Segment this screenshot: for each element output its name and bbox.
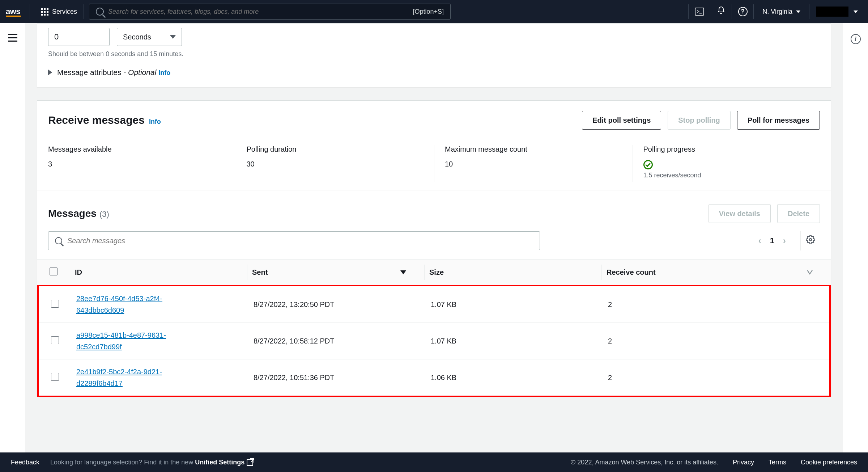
footer: Feedback Looking for language selection?… bbox=[0, 452, 868, 472]
messages-table: ID Sent Size Receive count bbox=[37, 259, 831, 286]
receive-metrics: Messages available 3 Polling duration 30… bbox=[37, 137, 831, 190]
messages-search-input[interactable] bbox=[67, 237, 533, 245]
terms-link[interactable]: Terms bbox=[769, 459, 786, 466]
row-checkbox[interactable] bbox=[51, 336, 59, 344]
column-sent-label: Sent bbox=[252, 268, 268, 277]
services-menu[interactable]: Services bbox=[34, 4, 84, 19]
help-button[interactable]: ? bbox=[732, 4, 753, 19]
top-nav: aws Services [Option+S] >_ ? N. Virginia bbox=[0, 0, 868, 23]
region-label: N. Virginia bbox=[762, 8, 792, 16]
attributes-info-link[interactable]: Info bbox=[158, 69, 170, 76]
view-details-button[interactable]: View details bbox=[709, 204, 771, 223]
search-icon bbox=[55, 237, 62, 244]
message-id-link[interactable]: 28ee7d76-450f-4d53-a2f4-643dbbc6d609 bbox=[76, 295, 162, 314]
chevron-down-icon bbox=[170, 35, 176, 39]
right-rail: i bbox=[843, 23, 868, 452]
main-content: Seconds Should be between 0 seconds and … bbox=[25, 23, 843, 452]
caret-right-icon bbox=[48, 69, 52, 75]
max-message-count-label: Maximum message count bbox=[445, 145, 622, 153]
search-shortcut: [Option+S] bbox=[413, 8, 444, 16]
row-checkbox[interactable] bbox=[51, 300, 59, 308]
receive-info-link[interactable]: Info bbox=[149, 118, 161, 126]
search-icon bbox=[96, 8, 104, 16]
message-sent: 8/27/2022, 13:20:50 PDT bbox=[248, 286, 426, 323]
delay-seconds-input[interactable] bbox=[48, 28, 110, 46]
polling-duration-label: Polling duration bbox=[247, 145, 424, 153]
help-icon: ? bbox=[738, 7, 748, 16]
column-sent[interactable]: Sent bbox=[247, 260, 424, 286]
receive-messages-panel: Receive messages Info Edit poll settings… bbox=[37, 100, 831, 397]
polling-progress-value: 1.5 receives/second bbox=[643, 172, 820, 179]
global-search[interactable]: [Option+S] bbox=[89, 4, 451, 20]
page-number: 1 bbox=[770, 236, 774, 245]
sidebar-toggle[interactable] bbox=[8, 34, 17, 42]
message-id-link[interactable]: a998ce15-481b-4e87-9631-dc52cd7bd99f bbox=[76, 331, 166, 351]
account-name-redacted bbox=[816, 7, 848, 17]
select-all-checkbox[interactable] bbox=[50, 267, 58, 275]
notifications-button[interactable] bbox=[710, 4, 732, 19]
bell-icon bbox=[717, 6, 726, 17]
message-size: 1.06 KB bbox=[426, 359, 603, 396]
table-row[interactable]: 2e41b9f2-5bc2-4f2a-9d21-d2289f6b4d17 8/2… bbox=[39, 359, 829, 396]
column-receive-label: Receive count bbox=[607, 268, 656, 277]
page-next[interactable]: › bbox=[783, 236, 786, 246]
stop-polling-button[interactable]: Stop polling bbox=[668, 111, 731, 130]
nav-right: >_ ? N. Virginia bbox=[688, 4, 862, 19]
optional-label: - Optional bbox=[121, 68, 156, 76]
message-receive-count: 2 bbox=[603, 359, 829, 396]
region-selector[interactable]: N. Virginia bbox=[753, 4, 809, 19]
send-message-panel: Seconds Should be between 0 seconds and … bbox=[37, 23, 831, 87]
page-prev[interactable]: ‹ bbox=[758, 236, 761, 246]
message-receive-count: 2 bbox=[603, 286, 829, 323]
delay-unit-select[interactable]: Seconds bbox=[117, 28, 182, 46]
receive-title: Receive messages bbox=[48, 114, 145, 126]
message-attributes-expander[interactable]: Message attributes - Optional Info bbox=[48, 68, 820, 77]
messages-search[interactable] bbox=[48, 231, 540, 250]
delay-hint: Should be between 0 seconds and 15 minut… bbox=[48, 50, 820, 58]
column-size[interactable]: Size bbox=[424, 260, 601, 286]
messages-available-label: Messages available bbox=[48, 145, 225, 153]
aws-logo[interactable]: aws bbox=[6, 4, 30, 19]
cookie-preferences-link[interactable]: Cookie preferences bbox=[801, 459, 857, 466]
delete-button[interactable]: Delete bbox=[777, 204, 820, 223]
info-icon: i bbox=[851, 34, 861, 44]
account-menu[interactable] bbox=[809, 4, 862, 19]
row-checkbox[interactable] bbox=[51, 373, 59, 381]
left-rail bbox=[0, 23, 25, 452]
help-panel-toggle[interactable]: i bbox=[851, 34, 861, 44]
chevron-down-icon bbox=[854, 10, 858, 13]
poll-for-messages-button[interactable]: Poll for messages bbox=[737, 111, 820, 130]
cloudshell-button[interactable]: >_ bbox=[688, 4, 710, 19]
table-settings-button[interactable] bbox=[800, 231, 820, 250]
table-row[interactable]: 28ee7d76-450f-4d53-a2f4-643dbbc6d609 8/2… bbox=[39, 286, 829, 323]
message-size: 1.07 KB bbox=[426, 323, 603, 359]
polling-progress-label: Polling progress bbox=[643, 145, 820, 153]
table-header-row: ID Sent Size Receive count bbox=[37, 260, 831, 286]
unified-settings-link[interactable]: Unified Settings bbox=[195, 459, 253, 466]
messages-title: Messages bbox=[48, 208, 97, 219]
grid-icon bbox=[41, 8, 48, 16]
gear-icon bbox=[806, 235, 815, 247]
message-id-link[interactable]: 2e41b9f2-5bc2-4f2a-9d21-d2289f6b4d17 bbox=[76, 368, 162, 387]
global-search-input[interactable] bbox=[108, 8, 413, 16]
polling-duration-value: 30 bbox=[247, 160, 424, 168]
feedback-link[interactable]: Feedback bbox=[11, 459, 39, 466]
table-row[interactable]: a998ce15-481b-4e87-9631-dc52cd7bd99f 8/2… bbox=[39, 323, 829, 359]
message-size: 1.07 KB bbox=[426, 286, 603, 323]
column-id[interactable]: ID bbox=[70, 260, 247, 286]
column-receive-count[interactable]: Receive count bbox=[601, 260, 831, 286]
sort-descending-icon bbox=[400, 270, 406, 274]
services-label: Services bbox=[52, 8, 77, 16]
attributes-label: Message attributes bbox=[57, 68, 121, 76]
message-sent: 8/27/2022, 10:58:12 PDT bbox=[248, 323, 426, 359]
privacy-link[interactable]: Privacy bbox=[733, 459, 754, 466]
aws-logo-text: aws bbox=[6, 7, 21, 16]
pagination: ‹ 1 › bbox=[758, 236, 790, 246]
copyright: © 2022, Amazon Web Services, Inc. or its… bbox=[571, 459, 718, 466]
external-link-icon bbox=[247, 459, 253, 466]
edit-poll-settings-button[interactable]: Edit poll settings bbox=[582, 111, 661, 130]
message-receive-count: 2 bbox=[603, 323, 829, 359]
chevron-down-icon bbox=[796, 10, 800, 13]
sort-neutral-icon bbox=[807, 268, 813, 277]
cloudshell-icon: >_ bbox=[695, 8, 704, 16]
